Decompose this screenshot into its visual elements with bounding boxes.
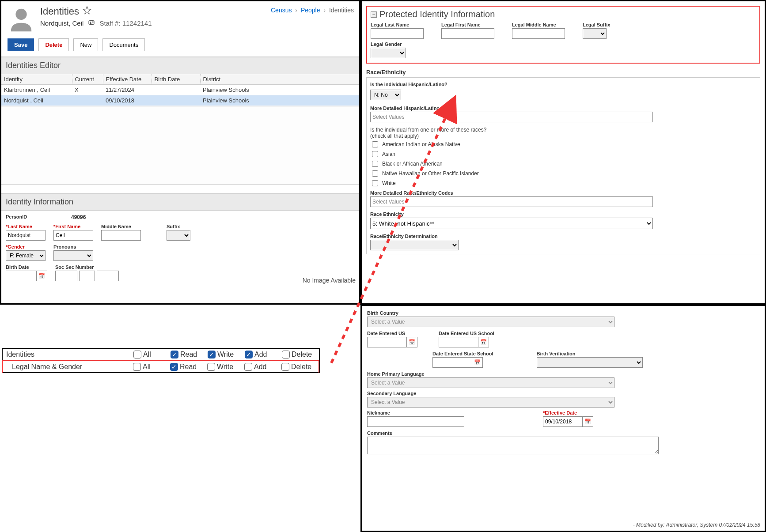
date-entered-us-school-input[interactable] <box>439 337 478 347</box>
lastname-label: *Last Name <box>6 224 46 229</box>
save-button[interactable]: Save <box>8 38 34 51</box>
race-opt-asian: Asian <box>382 151 395 157</box>
comments-label: Comments <box>367 430 759 436</box>
ssn-input-1[interactable] <box>55 271 77 281</box>
hispanic-select[interactable]: N: No <box>370 90 401 100</box>
col-identity[interactable]: Identity <box>1 74 72 85</box>
race-cb-asian[interactable] <box>372 151 378 157</box>
pronouns-label: Pronouns <box>53 244 93 249</box>
identities-table: Identity Current Effective Date Birth Da… <box>1 74 359 106</box>
calendar-icon[interactable]: 📅 <box>478 337 489 347</box>
perm-identities-delete[interactable] <box>282 351 290 358</box>
cell-identity: Nordquist , Ceil <box>1 95 72 106</box>
race-opt-nh: Native Hawaiian or Other Pacific Islande… <box>382 170 479 177</box>
col-effective[interactable]: Effective Date <box>103 74 152 85</box>
nickname-input[interactable] <box>367 416 464 427</box>
calendar-icon[interactable]: 📅 <box>472 357 483 368</box>
race-cb-white[interactable] <box>372 180 378 186</box>
breadcrumb-people[interactable]: People <box>301 7 320 14</box>
effective-date-input[interactable] <box>543 416 583 427</box>
middlename-input[interactable] <box>101 230 141 241</box>
avatar-icon <box>8 6 35 33</box>
collapse-icon[interactable]: − <box>371 11 377 18</box>
birth-country-select[interactable]: Select a Value <box>367 317 614 327</box>
firstname-input[interactable] <box>53 230 93 241</box>
breadcrumb-census[interactable]: Census <box>271 7 292 14</box>
perm-col-add: Add <box>254 351 267 358</box>
race-ethnicity-select[interactable]: 5: White, not Hispanic** <box>370 218 653 229</box>
table-row-selected[interactable]: Nordquist , Ceil 09/10/2018 Plainview Sc… <box>1 95 359 106</box>
perm-col-all: All <box>143 351 151 358</box>
legal-suffix-select[interactable] <box>583 28 607 39</box>
calendar-icon[interactable]: 📅 <box>583 416 593 427</box>
home-lang-select[interactable]: Select a Value <box>367 377 614 388</box>
more-race-input[interactable] <box>370 196 653 207</box>
home-lang-label: Home Primary Language <box>367 371 759 377</box>
perm-legal-all[interactable] <box>133 363 141 371</box>
race-cb-ai[interactable] <box>372 141 378 147</box>
cell-birth <box>152 95 200 106</box>
legal-last-input[interactable] <box>371 28 424 39</box>
breadcrumb: Census › People › Identities <box>271 7 354 14</box>
ssn-input-3[interactable] <box>97 271 119 281</box>
birth-language-panel: Birth Country Select a Value Date Entere… <box>360 305 766 532</box>
perm-col-read: Read <box>180 363 197 371</box>
id-card-icon[interactable] <box>88 19 95 27</box>
perm-identities-add[interactable] <box>245 351 253 358</box>
suffix-select[interactable] <box>167 230 190 241</box>
legal-gender-label: Legal Gender <box>371 42 756 47</box>
chevron-right-icon: › <box>323 7 326 14</box>
date-entered-state-input[interactable] <box>432 357 472 368</box>
new-button[interactable]: New <box>73 38 98 51</box>
perm-col-add: Add <box>254 363 266 371</box>
perm-identities-write[interactable] <box>208 351 216 358</box>
pronouns-select[interactable] <box>53 250 93 261</box>
perm-identities-all[interactable] <box>133 351 141 358</box>
race-determination-select[interactable] <box>370 240 459 250</box>
comments-textarea[interactable] <box>367 437 659 454</box>
documents-button[interactable]: Documents <box>102 38 145 51</box>
cell-birth <box>152 85 200 95</box>
legal-first-input[interactable] <box>441 28 494 39</box>
delete-button[interactable]: Delete <box>38 38 69 51</box>
col-district[interactable]: District <box>200 74 359 85</box>
perm-legal-write[interactable] <box>207 363 215 371</box>
perm-col-write: Write <box>217 351 234 358</box>
calendar-icon[interactable]: 📅 <box>37 271 47 281</box>
gender-select[interactable]: F: Female <box>6 250 46 261</box>
ssn-input-2[interactable] <box>79 271 95 281</box>
legal-middle-input[interactable] <box>512 28 565 39</box>
hispanic-question: Is the individual Hispanic/Latino? <box>370 82 756 87</box>
races-question-1: Is the individual from one or more of th… <box>370 127 756 133</box>
page-title: Identities <box>40 6 79 17</box>
table-row[interactable]: Klarbrunnen , Ceil X 11/27/2024 Plainvie… <box>1 85 359 95</box>
perm-identities-read[interactable] <box>171 351 178 358</box>
personid-value: 49096 <box>71 214 86 220</box>
birthdate-input[interactable] <box>6 271 37 281</box>
ssn-label: Soc Sec Number <box>55 264 119 270</box>
race-cb-nh[interactable] <box>372 170 378 177</box>
protected-identity-title: Protected Identity Information <box>379 9 495 19</box>
birth-verification-select[interactable] <box>537 357 643 368</box>
cell-eff: 11/27/2024 <box>103 85 152 95</box>
perm-col-read: Read <box>180 351 197 358</box>
svg-point-2 <box>90 22 91 23</box>
race-cb-black[interactable] <box>372 161 378 167</box>
identity-info-form: PersonID 49096 *Last Name *First Name Mi… <box>1 211 359 288</box>
perm-legal-read[interactable] <box>170 363 178 371</box>
date-entered-us-input[interactable] <box>367 337 407 347</box>
perm-legal-delete[interactable] <box>281 363 289 371</box>
star-icon[interactable] <box>83 6 91 17</box>
col-birth[interactable]: Birth Date <box>152 74 200 85</box>
secondary-lang-select[interactable]: Select a Value <box>367 397 614 407</box>
staff-label: Staff #: <box>99 19 120 27</box>
more-hispanic-input[interactable] <box>370 112 653 122</box>
col-current[interactable]: Current <box>72 74 103 85</box>
more-hispanic-label: More Detailed Hispanic/Latino Codes <box>370 106 756 111</box>
cell-identity: Klarbrunnen , Ceil <box>1 85 72 95</box>
perm-legal-add[interactable] <box>244 363 252 371</box>
calendar-icon[interactable]: 📅 <box>407 337 417 347</box>
legal-gender-select[interactable] <box>371 48 406 58</box>
lastname-input[interactable] <box>6 230 46 241</box>
protected-identity-panel: − Protected Identity Information Legal L… <box>360 0 766 305</box>
